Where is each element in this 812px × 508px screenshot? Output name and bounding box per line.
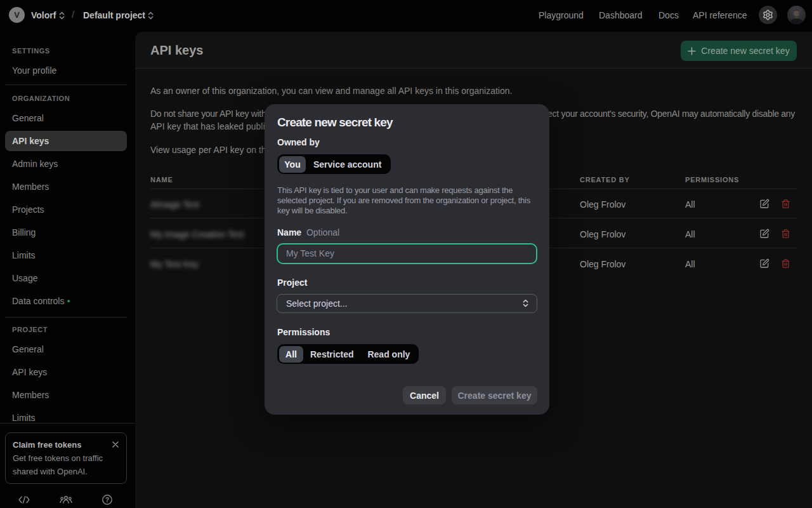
svg-text:?: ? (105, 497, 109, 504)
